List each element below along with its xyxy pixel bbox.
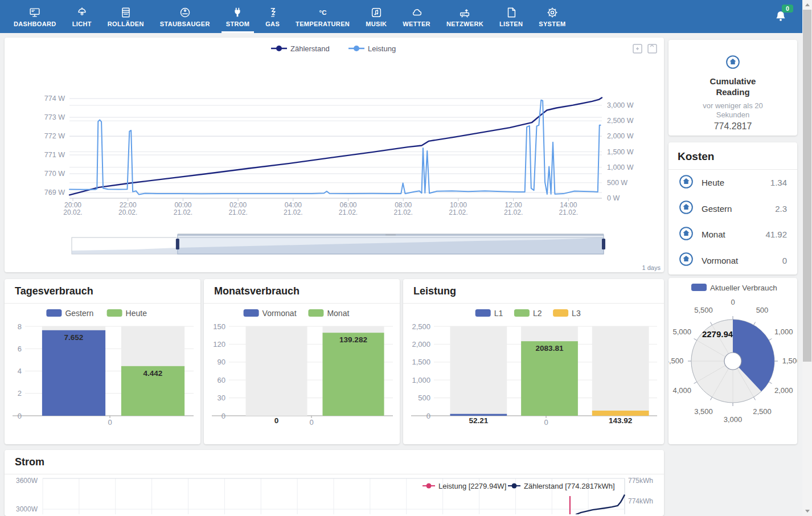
nav-item-gas[interactable]: GAS <box>257 0 288 33</box>
nav-item-label: NETZWERK <box>446 21 483 27</box>
svg-text:770 W: 770 W <box>44 170 65 178</box>
svg-text:774 W: 774 W <box>44 95 65 103</box>
svg-text:Heute: Heute <box>126 309 147 318</box>
svg-text:L2: L2 <box>533 309 542 318</box>
nav-item-label: STAUBSAUGER <box>160 21 210 27</box>
monthly-consumption-chart: VormonatMonat15012090603000139.2820 <box>204 304 400 444</box>
scrollbar-up-arrow[interactable] <box>802 0 812 10</box>
daily-consumption-chart: GesternHeute864207.6524.4420 <box>5 304 200 444</box>
legend-item-aktueller-verbrauch[interactable]: Aktueller Verbrauch <box>691 284 777 292</box>
svg-text:Zählerstand [774.2817kWh]: Zählerstand [774.2817kWh] <box>524 482 615 490</box>
nav-item-wetter[interactable]: WETTER <box>395 0 438 33</box>
svg-text:10:00: 10:00 <box>450 201 467 209</box>
system-icon <box>546 6 559 19</box>
legend-item-gestern[interactable]: Gestern <box>46 309 93 318</box>
notification-badge: 0 <box>782 5 793 13</box>
dashboard-icon <box>28 6 41 19</box>
nav-item-label: ROLLÄDEN <box>108 21 144 27</box>
lists-icon <box>505 6 518 19</box>
legend-item[interactable]: Leistung [2279.94W] <box>423 482 506 490</box>
nav-item-strom[interactable]: STROM <box>218 0 257 33</box>
svg-text:3600W: 3600W <box>16 477 38 485</box>
temperature-icon: °C <box>317 6 329 19</box>
svg-text:22:00: 22:00 <box>120 201 137 209</box>
vacuum-icon <box>179 6 191 19</box>
legend-item-zählerstand[interactable]: Zählerstand <box>271 44 330 53</box>
legend-item-monat[interactable]: Monat <box>308 309 349 318</box>
svg-text:21.02.: 21.02. <box>504 208 523 216</box>
svg-text:L1: L1 <box>494 309 503 318</box>
nav-item-dashboard[interactable]: DASHBOARD <box>6 0 64 33</box>
nav-item-netzwerk[interactable]: NETZWERK <box>438 0 491 33</box>
legend-item-vormonat[interactable]: Vormonat <box>244 309 297 318</box>
svg-text:21.02.: 21.02. <box>174 208 192 216</box>
svg-text:3,000 W: 3,000 W <box>607 101 634 109</box>
legend-item-l1[interactable]: L1 <box>475 309 503 318</box>
svg-text:Leistung: Leistung <box>368 44 396 53</box>
nav-item-label: STROM <box>226 21 249 27</box>
svg-text:2,500 W: 2,500 W <box>607 117 634 125</box>
nav-item-musik[interactable]: MUSIK <box>358 0 395 33</box>
svg-text:20.02.: 20.02. <box>63 208 82 216</box>
daily-consumption-title: Tagesverbrauch <box>5 279 200 304</box>
svg-text:08:00: 08:00 <box>395 201 412 209</box>
cost-row-heute: Heute 1.34 <box>669 170 797 196</box>
svg-text:21.02.: 21.02. <box>284 208 302 216</box>
svg-text:90: 90 <box>218 358 225 366</box>
svg-text:12:00: 12:00 <box>505 201 522 209</box>
nav-item-staubsauger[interactable]: STAUBSAUGER <box>152 0 218 33</box>
svg-text:Leistung [2279.94W]: Leistung [2279.94W] <box>438 482 506 490</box>
legend-item-l2[interactable]: L2 <box>514 309 542 318</box>
svg-text:0: 0 <box>309 418 313 427</box>
legend-item-leistung[interactable]: Leistung <box>348 44 396 53</box>
legend-item-l3[interactable]: L3 <box>553 309 581 318</box>
svg-text:0: 0 <box>544 418 548 427</box>
nav-item-label: WETTER <box>403 21 430 27</box>
top-navigation: DASHBOARD LICHT ROLLÄDEN STAUBSAUGER STR… <box>0 0 802 33</box>
nav-item-label: LISTEN <box>499 21 523 27</box>
range-slider[interactable] <box>72 234 605 254</box>
zoom-select-icon[interactable] <box>633 44 642 53</box>
series-zählerstand <box>69 97 602 195</box>
notifications-button[interactable]: 0 <box>774 0 788 33</box>
gas-icon <box>266 6 279 19</box>
page-scrollbar[interactable] <box>802 0 812 516</box>
zoom-reset-icon[interactable] <box>648 44 657 53</box>
svg-text:772 W: 772 W <box>44 132 65 140</box>
cost-row-monat: Monat 41.92 <box>669 222 797 248</box>
bar-background <box>592 326 649 416</box>
scrollbar-thumb[interactable] <box>803 10 811 362</box>
cost-label: Vormonat <box>702 256 738 265</box>
cost-label: Gestern <box>702 204 732 214</box>
svg-text:1,000: 1,000 <box>774 327 793 336</box>
nav-item-system[interactable]: SYSTEM <box>531 0 573 33</box>
svg-text:60: 60 <box>218 376 225 384</box>
strom-detail-card: Strom 3600W3000W775kWh774kWhLeistung [22… <box>5 450 664 516</box>
legend-item-heute[interactable]: Heute <box>107 309 147 318</box>
costs-title: Kosten <box>669 142 797 170</box>
slider-right-handle[interactable] <box>602 239 605 249</box>
bar-value-vormonat: 0 <box>274 416 279 425</box>
nav-item-label: SYSTEM <box>539 21 565 27</box>
app-window: DASHBOARD LICHT ROLLÄDEN STAUBSAUGER STR… <box>0 0 812 516</box>
bar-background <box>450 326 507 416</box>
strom-detail-title: Strom <box>5 450 664 474</box>
svg-text:5,500: 5,500 <box>694 306 713 314</box>
scrollbar-down-arrow[interactable] <box>802 506 812 516</box>
svg-text:20.02.: 20.02. <box>118 208 137 216</box>
nav-item-listen[interactable]: LISTEN <box>491 0 531 33</box>
bar-value-l2: 2083.81 <box>536 344 564 353</box>
main-line-chart: 20:0020.02.22:0020.02.00:0021.02.02:0021… <box>5 38 664 272</box>
cost-value: 2.3 <box>775 204 787 214</box>
svg-text:1,500: 1,500 <box>412 358 430 366</box>
consumption-history-card: 20:0020.02.22:0020.02.00:0021.02.02:0021… <box>5 38 664 272</box>
nav-item-temperaturen[interactable]: °C TEMPERATUREN <box>288 0 358 33</box>
svg-text:3000W: 3000W <box>16 505 38 513</box>
legend-item[interactable]: Zählerstand [774.2817kWh] <box>508 482 615 490</box>
nav-item-licht[interactable]: LICHT <box>64 0 100 33</box>
svg-text:20:00: 20:00 <box>64 201 81 209</box>
svg-text:00:00: 00:00 <box>174 201 191 209</box>
svg-text:4: 4 <box>18 367 22 375</box>
slider-left-handle[interactable] <box>176 239 179 249</box>
nav-item-rolläden[interactable]: ROLLÄDEN <box>100 0 152 33</box>
